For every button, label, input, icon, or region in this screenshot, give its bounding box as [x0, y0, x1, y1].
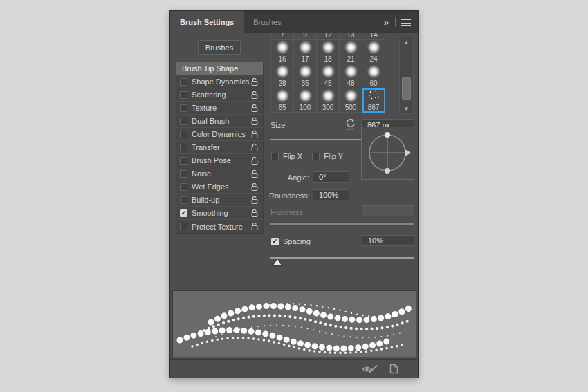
reset-size-icon[interactable] — [344, 118, 356, 130]
brush-size-label: 45 — [324, 80, 331, 87]
flip-x-label: Flip X — [283, 152, 302, 160]
roundness-handle-bottom[interactable] — [385, 168, 390, 174]
soft-round-brush-thumbnail — [344, 41, 358, 54]
soft-round-brush-thumbnail — [276, 89, 289, 102]
brush-size-label: 7 — [280, 33, 284, 39]
brush-size-label: 100 — [300, 104, 311, 111]
brush-size-label: 21 — [347, 55, 354, 63]
brush-preset-60[interactable]: 60 — [362, 64, 385, 88]
brush-size-label: 12 — [324, 33, 331, 39]
soft-round-brush-thumbnail — [322, 89, 335, 102]
desktop: { "tabs": { "brush_settings": "Brush Set… — [0, 0, 588, 392]
brush-preset-500[interactable]: 500 — [340, 88, 362, 113]
brush-size-label: 500 — [345, 104, 357, 111]
hardness-slider — [270, 223, 414, 225]
brush-size-label: 35 — [301, 80, 309, 87]
scroll-up-icon[interactable]: ▲ — [400, 39, 413, 46]
brush-size-label: 65 — [278, 104, 286, 111]
brush-size-label: 17 — [301, 55, 309, 63]
soft-round-brush-thumbnail — [367, 65, 380, 78]
brush-preset-28[interactable]: 28 — [271, 64, 294, 88]
brush-size-label: 16 — [278, 55, 286, 63]
brush-preset-17[interactable]: 17 — [294, 40, 317, 64]
angle-label: Angle: — [270, 174, 309, 182]
roundness-input[interactable]: 100% — [313, 189, 349, 200]
brush-preset-14[interactable]: 14 — [362, 33, 385, 40]
brush-size-label: 9 — [303, 33, 307, 39]
spacing-input[interactable]: 10% — [362, 235, 414, 246]
flip-x-checkbox[interactable] — [271, 153, 279, 160]
scroll-down-icon[interactable]: ▼ — [400, 105, 413, 112]
brush-size-label: 300 — [322, 104, 334, 111]
brush-preset-9[interactable]: 9 — [294, 33, 317, 40]
new-brush-icon[interactable] — [389, 364, 398, 374]
soft-round-brush-thumbnail — [299, 41, 312, 54]
soft-round-brush-thumbnail — [322, 41, 335, 54]
brush-settings-panel: Brush Settings Brushes » Brushes Brush T… — [169, 10, 419, 378]
hardness-label: Hardness — [270, 208, 303, 216]
brush-preset-48[interactable]: 48 — [340, 64, 362, 88]
soft-round-brush-thumbnail — [276, 65, 289, 78]
brush-preset-24[interactable]: 24 — [362, 40, 385, 64]
spacing-slider[interactable] — [270, 257, 414, 259]
soft-round-brush-thumbnail — [344, 65, 358, 78]
angle-input[interactable]: 0° — [313, 171, 349, 183]
brush-size-label: 48 — [347, 80, 354, 87]
brush-preset-65[interactable]: 65 — [271, 88, 294, 113]
brush-preset-100[interactable]: 100 — [294, 88, 317, 113]
brush-preset-45[interactable]: 45 — [317, 64, 340, 88]
soft-round-brush-thumbnail — [322, 65, 335, 78]
spacing-checkbox[interactable] — [271, 238, 279, 245]
brush-preset-35[interactable]: 35 — [294, 64, 317, 88]
spacing-label: Spacing — [283, 237, 311, 245]
flip-y-label: Flip Y — [324, 152, 343, 160]
brush-preset-21[interactable]: 21 — [340, 40, 362, 64]
brush-stroke-preview — [172, 290, 416, 357]
brush-size-label: 24 — [369, 55, 377, 63]
brush-preset-18[interactable]: 18 — [317, 40, 340, 64]
soft-round-brush-thumbnail — [299, 65, 312, 78]
brush-preset-12[interactable]: 12 — [317, 33, 340, 40]
brush-size-label: 13 — [347, 33, 354, 39]
soft-round-brush-thumbnail — [299, 89, 312, 102]
brush-size-label: 867 — [368, 104, 380, 111]
angle-roundness-control[interactable] — [361, 127, 414, 180]
roundness-handle-top[interactable] — [385, 132, 390, 138]
soft-round-brush-thumbnail — [276, 41, 289, 54]
live-tip-preview-icon[interactable] — [361, 364, 379, 374]
brush-size-label: 14 — [369, 33, 377, 39]
hardness-input — [362, 205, 414, 216]
brush-preset-16[interactable]: 16 — [271, 40, 294, 64]
spacing-slider-thumb[interactable] — [273, 259, 282, 265]
brush-preset-867[interactable]: 867 — [362, 88, 385, 113]
brush-size-label: 60 — [369, 80, 377, 87]
scrollbar-thumb[interactable] — [402, 77, 411, 100]
size-label: Size — [270, 121, 285, 129]
brush-preset-7[interactable]: 7 — [271, 33, 294, 40]
scatter-brush-thumbnail — [367, 89, 380, 102]
brush-size-label: 28 — [278, 80, 286, 87]
roundness-label: Roundness: — [269, 192, 309, 200]
brush-preset-300[interactable]: 300 — [317, 88, 340, 113]
brush-size-label: 18 — [324, 55, 331, 63]
panel-footer — [170, 359, 418, 378]
grid-scrollbar[interactable]: ▲ ▼ — [399, 37, 414, 114]
brush-preset-13[interactable]: 13 — [340, 33, 362, 40]
brush-preset-grid: 7 9 12 13 14 16 17 18 21 24 28 35 45 48 — [270, 33, 386, 113]
flip-y-checkbox[interactable] — [312, 153, 320, 160]
soft-round-brush-thumbnail — [367, 41, 380, 54]
soft-round-brush-thumbnail — [344, 89, 358, 102]
angle-arrow-handle[interactable] — [405, 149, 411, 157]
brush-preset-grid-inner: 7 9 12 13 14 16 17 18 21 24 28 35 45 48 — [270, 33, 385, 113]
